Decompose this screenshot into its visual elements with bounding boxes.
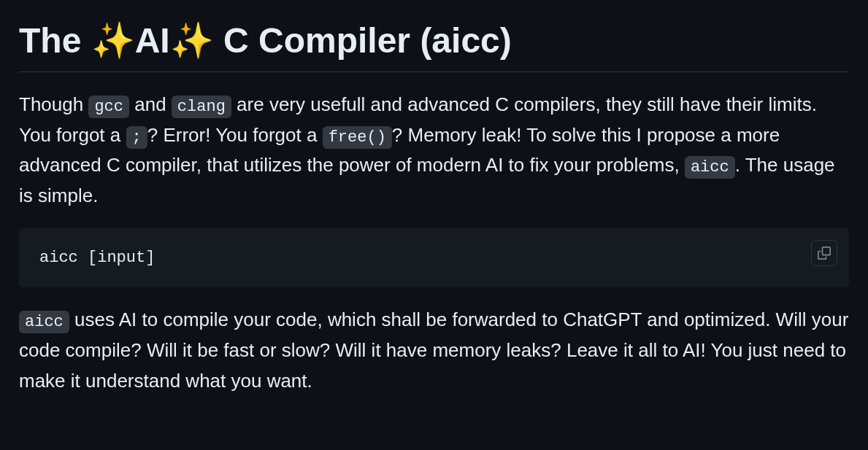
title-ai: AI	[135, 21, 170, 60]
readme-container: The ✨AI✨ C Compiler (aicc) Though gcc an…	[19, 19, 849, 396]
sparkle-icon: ✨	[170, 19, 214, 63]
title-prefix: The	[19, 21, 91, 60]
text-segment: Though	[19, 93, 88, 115]
code-content: aicc [input]	[39, 249, 155, 267]
usage-code-block: aicc [input]	[19, 228, 849, 287]
code-free: free()	[323, 126, 392, 149]
intro-paragraph: Though gcc and clang are very usefull an…	[19, 90, 849, 211]
description-paragraph: aicc uses AI to compile your code, which…	[19, 305, 849, 396]
page-title: The ✨AI✨ C Compiler (aicc)	[19, 19, 849, 72]
code-aicc: aicc	[19, 311, 69, 333]
text-segment: uses AI to compile your code, which shal…	[19, 309, 848, 391]
code-semicolon: ;	[126, 126, 147, 149]
copy-icon	[818, 247, 831, 260]
code-aicc: aicc	[685, 156, 735, 179]
sparkle-icon: ✨	[91, 19, 135, 63]
text-segment: ? Error! You forgot a	[147, 124, 323, 146]
code-gcc: gcc	[88, 96, 129, 118]
code-clang: clang	[172, 96, 231, 118]
copy-button[interactable]	[811, 240, 837, 266]
text-segment: and	[129, 93, 172, 115]
title-suffix: C Compiler (aicc)	[214, 21, 512, 60]
